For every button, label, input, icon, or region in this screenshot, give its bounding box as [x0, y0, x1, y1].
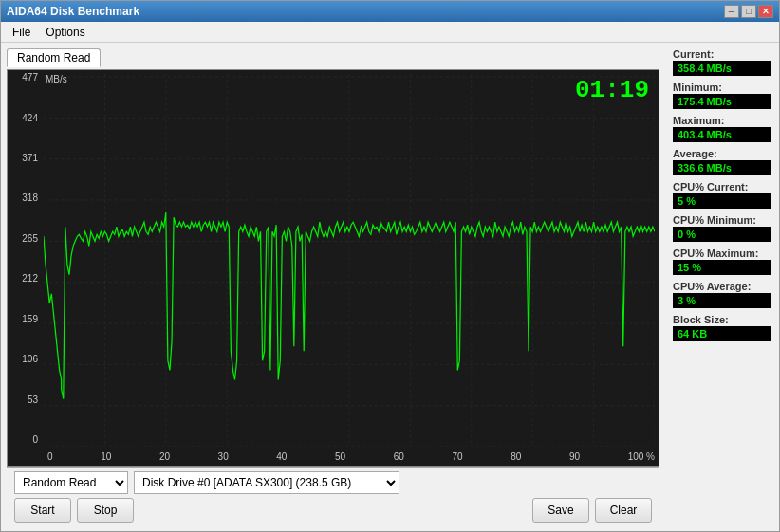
menu-bar: File Options — [1, 22, 779, 43]
stat-minimum: Minimum: 175.4 MB/s — [673, 82, 771, 109]
toolbar-row1: Random Read Sequential Read Random Write… — [14, 471, 652, 494]
toolbar-inner: Random Read Sequential Read Random Write… — [14, 468, 652, 526]
x-label-40: 40 — [276, 451, 287, 462]
y-label-477: 477 — [8, 72, 42, 83]
bottom-toolbar: Random Read Sequential Read Random Write… — [7, 467, 659, 525]
tab-bar: Random Read — [7, 48, 659, 67]
cpu-maximum-value: 15 % — [673, 260, 771, 275]
chart-svg — [44, 74, 655, 447]
current-label: Current: — [673, 48, 771, 60]
x-axis-labels: 0 10 20 30 40 50 60 70 80 90 100 % — [44, 447, 659, 466]
x-label-70: 70 — [452, 451, 462, 462]
window-title: AIDA64 Disk Benchmark — [7, 5, 139, 18]
y-label-318: 318 — [8, 193, 42, 203]
stats-panel: Current: 358.4 MB/s Minimum: 175.4 MB/s … — [665, 43, 779, 531]
y-label-424: 424 — [8, 113, 42, 123]
x-label-20: 20 — [159, 451, 170, 462]
x-label-30: 30 — [218, 451, 229, 462]
maximum-label: Maximum: — [673, 115, 771, 126]
cpu-maximum-label: CPU% Maximum: — [673, 248, 771, 259]
minimum-label: Minimum: — [673, 82, 771, 93]
average-value: 336.6 MB/s — [673, 160, 771, 175]
timer-display: 01:19 — [575, 76, 649, 104]
x-label-50: 50 — [335, 451, 345, 462]
disk-dropdown[interactable]: Disk Drive #0 [ADATA SX300] (238.5 GB) — [134, 471, 399, 494]
stat-cpu-average: CPU% Average: 3 % — [673, 281, 771, 308]
stat-block-size: Block Size: 64 KB — [673, 314, 771, 341]
block-size-value: 64 KB — [673, 326, 771, 341]
x-label-60: 60 — [394, 451, 404, 462]
cpu-current-label: CPU% Current: — [673, 181, 771, 193]
main-window: AIDA64 Disk Benchmark ─ □ ✕ File Options… — [0, 0, 780, 532]
save-button[interactable]: Save — [532, 498, 589, 523]
y-label-53: 53 — [8, 394, 42, 405]
stat-cpu-current: CPU% Current: 5 % — [673, 181, 771, 209]
title-bar-buttons: ─ □ ✕ — [724, 5, 773, 18]
stat-cpu-maximum: CPU% Maximum: 15 % — [673, 248, 771, 275]
y-label-265: 265 — [8, 233, 42, 244]
average-label: Average: — [673, 148, 771, 159]
chart-panel: Random Read MB/s 0 53 106 159 212 265 31… — [1, 43, 665, 531]
x-label-10: 10 — [101, 451, 111, 462]
x-label-100: 100 % — [628, 451, 655, 462]
stat-maximum: Maximum: 403.4 MB/s — [673, 115, 771, 142]
stop-button[interactable]: Stop — [77, 498, 134, 523]
minimize-button[interactable]: ─ — [724, 5, 739, 18]
cpu-minimum-value: 0 % — [673, 227, 771, 242]
title-bar: AIDA64 Disk Benchmark ─ □ ✕ — [1, 1, 779, 22]
chart-container: MB/s 0 53 106 159 212 265 318 371 424 47… — [7, 69, 659, 467]
y-label-106: 106 — [8, 354, 42, 364]
mode-dropdown[interactable]: Random Read Sequential Read Random Write… — [14, 471, 128, 494]
y-label-0: 0 — [8, 434, 42, 445]
stat-average: Average: 336.6 MB/s — [673, 148, 771, 175]
y-label-212: 212 — [8, 273, 42, 284]
block-size-label: Block Size: — [673, 314, 771, 325]
clear-button[interactable]: Clear — [595, 498, 652, 523]
y-label-371: 371 — [8, 153, 42, 163]
stat-cpu-minimum: CPU% Minimum: 0 % — [673, 214, 771, 242]
y-label-159: 159 — [8, 314, 42, 324]
x-label-90: 90 — [569, 451, 580, 462]
toolbar-row2: Start Stop Save Clear — [14, 498, 652, 523]
start-button[interactable]: Start — [14, 498, 71, 523]
x-label-0: 0 — [47, 451, 53, 462]
cpu-average-value: 3 % — [673, 293, 771, 308]
stat-current: Current: 358.4 MB/s — [673, 48, 771, 76]
current-value: 358.4 MB/s — [673, 61, 771, 76]
cpu-minimum-label: CPU% Minimum: — [673, 214, 771, 226]
maximum-value: 403.4 MB/s — [673, 127, 771, 142]
cpu-average-label: CPU% Average: — [673, 281, 771, 292]
menu-options[interactable]: Options — [38, 24, 92, 41]
minimum-value: 175.4 MB/s — [673, 94, 771, 109]
maximize-button[interactable]: □ — [741, 5, 756, 18]
chart-area — [44, 74, 655, 447]
y-axis-labels: 0 53 106 159 212 265 318 371 424 477 — [8, 70, 44, 447]
content-area: Random Read MB/s 0 53 106 159 212 265 31… — [1, 43, 779, 531]
menu-file[interactable]: File — [5, 24, 38, 41]
cpu-current-value: 5 % — [673, 193, 771, 209]
x-label-80: 80 — [511, 451, 521, 462]
tab-random-read[interactable]: Random Read — [7, 48, 101, 67]
close-button[interactable]: ✕ — [758, 5, 773, 18]
